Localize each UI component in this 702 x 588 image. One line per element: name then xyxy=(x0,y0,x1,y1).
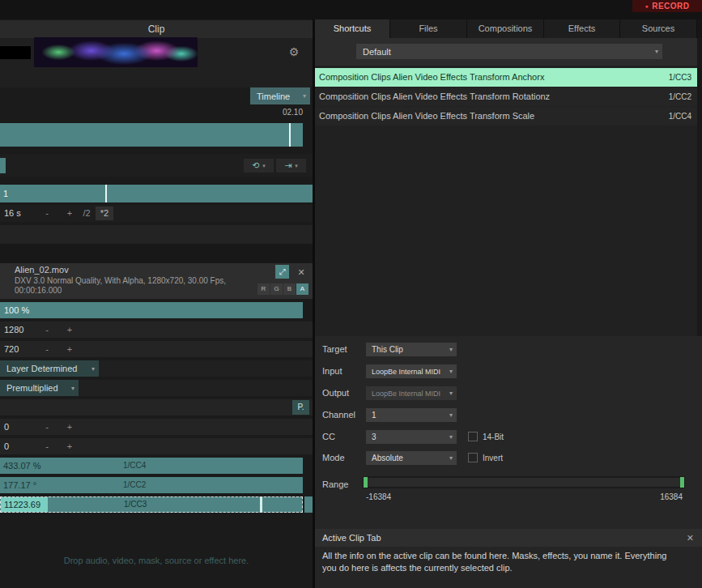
target-dropdown[interactable]: This Clip ▾ xyxy=(366,343,457,356)
range-handle-min[interactable] xyxy=(364,477,368,488)
tab-sources[interactable]: Sources xyxy=(620,19,697,38)
gear-icon[interactable]: ⚙ xyxy=(285,44,303,60)
position-y-row: 0 - + xyxy=(0,438,313,454)
scale-slider[interactable]: 433.07 % 1/CC4 xyxy=(0,458,303,474)
midi-shortcut-label: 1/CC3 xyxy=(124,497,147,512)
resize-mode-value: Layer Determined xyxy=(6,364,77,373)
opacity-slider[interactable]: 100 % xyxy=(0,302,303,318)
record-dot-icon: ● xyxy=(645,3,649,9)
playhead-marker xyxy=(289,123,291,147)
height-decrease-button[interactable]: - xyxy=(39,341,55,357)
position-y-value: 0 xyxy=(4,438,9,454)
resize-mode-dropdown[interactable]: Layer Determined ▾ xyxy=(0,360,99,377)
record-label: RECORD xyxy=(652,2,689,11)
alpha-mode-dropdown[interactable]: Premultiplied ▾ xyxy=(0,380,79,396)
width-decrease-button[interactable]: - xyxy=(39,322,55,338)
chevron-down-icon: ▾ xyxy=(449,411,453,419)
time-display: 02.10 xyxy=(283,108,303,117)
height-increase-button[interactable]: + xyxy=(62,341,78,357)
mode-dropdown[interactable]: Absolute ▾ xyxy=(366,451,457,465)
clip-panel: Clip ⚙ Timeline ▾ 02.10 ⟲ ▾ ⇥ ▾ 1 16 s - xyxy=(0,19,313,588)
channel-toggle-group: R G B A xyxy=(257,283,308,295)
checkbox-invert[interactable] xyxy=(468,453,478,462)
play-indicator xyxy=(0,158,6,173)
position-x-decrease-button[interactable]: - xyxy=(39,419,55,435)
duration-decrease-button[interactable]: - xyxy=(39,205,55,222)
loop-icon: ⟲ xyxy=(252,161,259,170)
timeline-label: Timeline xyxy=(257,92,290,101)
input-dropdown[interactable]: LoopBe Internal MIDI ▾ xyxy=(366,364,457,378)
channel-toggle-r[interactable]: R xyxy=(257,283,270,295)
chevron-down-icon: ▾ xyxy=(295,163,298,169)
chevron-down-icon: ▾ xyxy=(449,433,453,441)
duration-double-button[interactable]: *2 xyxy=(96,207,113,220)
play-to-end-icon: ⇥ xyxy=(284,161,291,170)
chevron-down-icon: ▾ xyxy=(303,92,306,100)
checkbox-14bit-label: 14-Bit xyxy=(483,430,504,444)
help-panel-text: All the info on the active clip can be f… xyxy=(322,550,683,575)
checkbox-14bit[interactable] xyxy=(468,432,478,441)
cc-dropdown[interactable]: 3 ▾ xyxy=(366,430,457,444)
chevron-down-icon: ▾ xyxy=(449,454,453,462)
width-increase-button[interactable]: + xyxy=(62,322,78,338)
tab-shortcuts[interactable]: Shortcuts xyxy=(315,19,390,38)
range-track xyxy=(368,478,680,487)
height-value: 720 xyxy=(4,341,19,357)
transport-position-bar[interactable] xyxy=(0,123,303,147)
duration-increase-button[interactable]: + xyxy=(62,205,78,222)
output-label: Output xyxy=(322,386,349,400)
shortcut-row[interactable]: Composition Clips Alien Video Effects Tr… xyxy=(315,68,697,87)
output-dropdown[interactable]: LoopBe Internal MIDI ▾ xyxy=(366,386,457,400)
channel-toggle-a[interactable]: A xyxy=(296,283,308,295)
position-x-row: 0 - + xyxy=(0,419,313,435)
position-x-increase-button[interactable]: + xyxy=(62,419,78,435)
midi-shortcut-label: 1/CC2 xyxy=(123,477,146,493)
clip-thumbnail xyxy=(34,37,198,67)
drop-hint-text: Drop audio, video, mask, source or effec… xyxy=(0,556,313,565)
close-icon[interactable]: ✕ xyxy=(687,529,694,547)
tab-effects[interactable]: Effects xyxy=(544,19,620,38)
channel-value: 1 xyxy=(372,411,377,420)
clip-info-box: Alien_02.mov DXV 3.0 Normal Quality, Wit… xyxy=(0,263,313,299)
input-value: LoopBe Internal MIDI xyxy=(372,368,440,376)
width-parameter-row: 1280 - + xyxy=(0,322,313,338)
position-y-decrease-button[interactable]: - xyxy=(39,438,55,454)
chevron-down-icon: ▾ xyxy=(449,390,453,397)
preset-dropdown[interactable]: Default ▾ xyxy=(356,44,662,59)
playmode-loop-button[interactable]: ⟲ ▾ xyxy=(244,159,274,173)
shortcut-row[interactable]: Composition Clips Alien Video Effects Tr… xyxy=(315,107,697,126)
width-value: 1280 xyxy=(4,322,23,338)
cc-value: 3 xyxy=(372,432,377,441)
channel-dropdown[interactable]: 1 ▾ xyxy=(366,408,457,422)
alpha-mode-value: Premultiplied xyxy=(6,383,58,393)
checkbox-invert-label: Invert xyxy=(483,451,503,465)
record-button[interactable]: ● RECORD xyxy=(632,0,702,12)
range-handle-max[interactable] xyxy=(680,477,684,488)
position-y-increase-button[interactable]: + xyxy=(62,438,78,454)
timeline-mode-dropdown[interactable]: Timeline ▾ xyxy=(250,87,310,104)
range-slider[interactable] xyxy=(363,476,685,488)
tab-files[interactable]: Files xyxy=(390,19,467,38)
expand-icon[interactable]: ⤢ xyxy=(275,265,289,279)
tab-compositions[interactable]: Compositions xyxy=(467,19,544,38)
beat-snap-bar[interactable]: 1 xyxy=(0,185,313,202)
channel-toggle-g[interactable]: G xyxy=(270,283,283,295)
rotation-value: 177.17 ° xyxy=(3,477,36,493)
pixels-toggle-button[interactable]: P. xyxy=(292,400,309,415)
duration-halve-button[interactable]: /2 xyxy=(79,205,94,222)
shortcut-row[interactable]: Composition Clips Alien Video Effects Tr… xyxy=(315,87,697,106)
scroll-indicator xyxy=(304,496,313,513)
anchor-x-slider[interactable]: 11223.69 1/CC3 xyxy=(0,496,303,513)
empty-parameter-row xyxy=(0,225,313,244)
clip-filename: Alien_02.mov xyxy=(15,265,69,275)
help-panel-title: Active Clip Tab xyxy=(322,529,381,547)
close-icon[interactable]: ✕ xyxy=(295,266,308,279)
channel-toggle-b[interactable]: B xyxy=(283,283,296,295)
range-label: Range xyxy=(322,478,348,492)
scrollbar-track[interactable] xyxy=(697,38,702,336)
playdirection-button[interactable]: ⇥ ▾ xyxy=(276,159,306,173)
preset-value: Default xyxy=(363,47,391,57)
chevron-down-icon: ▾ xyxy=(262,163,266,169)
shortcut-key: 1/CC2 xyxy=(669,87,691,106)
rotation-slider[interactable]: 177.17 ° 1/CC2 xyxy=(0,477,303,493)
